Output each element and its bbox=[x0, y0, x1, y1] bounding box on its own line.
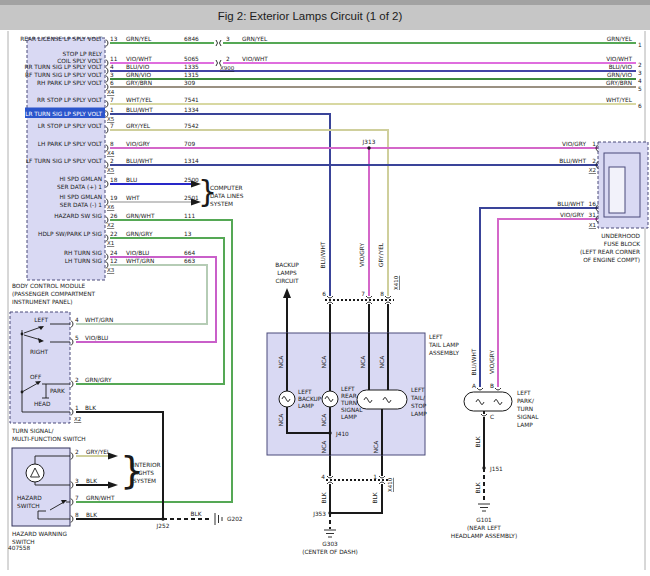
pin-number: 8 bbox=[110, 141, 114, 147]
inline-splices: 3 GRN/YEL 2 VIO/WHT X900 bbox=[216, 36, 268, 71]
nca-label: NCA bbox=[321, 356, 327, 368]
switch-name: HAZARD WARNING bbox=[12, 531, 67, 537]
doc-number: 407558 bbox=[8, 545, 30, 551]
row-label: HDLP SW/PARK LP SIG bbox=[38, 231, 102, 237]
pin-number: 8 bbox=[380, 291, 384, 297]
wire-name: BLU/WHT bbox=[320, 241, 326, 268]
right-edge-pins: GRN/YEL 1 VIO/WHT 2 BLU/VIO 3 GRN/VIO 4 … bbox=[606, 36, 642, 109]
connector-id: X1 bbox=[589, 222, 596, 228]
lamp-caption: BACKUP bbox=[298, 396, 322, 402]
wire-name: GRY/YEL bbox=[86, 449, 111, 455]
wire-name: VIO/GRY bbox=[359, 243, 365, 267]
pin-letter: B bbox=[490, 383, 494, 389]
wire-name: WHT/GRN bbox=[85, 317, 113, 323]
lamp-caption: SIGNAL bbox=[517, 414, 539, 420]
nca-label: NCA bbox=[321, 414, 327, 426]
wire-name: WHT/GRN bbox=[126, 258, 154, 264]
row-label-highlighted[interactable]: LR TURN SIG LP SPLY VOLT bbox=[25, 111, 102, 117]
pin-number: 12 bbox=[110, 258, 118, 264]
pin-number: 8 bbox=[75, 512, 79, 518]
wire-name: BLU/VIO bbox=[126, 64, 150, 70]
system-ref: SYSTEM bbox=[210, 201, 233, 207]
splice-pin: 2 bbox=[226, 56, 230, 62]
wires bbox=[76, 43, 636, 529]
switch-position: HEAD bbox=[34, 401, 51, 407]
junction-label: J410 bbox=[335, 431, 349, 438]
row-label: REAR LICENSE LP SPLY VOLT bbox=[20, 36, 102, 42]
circuit-number: 1334 bbox=[184, 107, 199, 113]
wire-name: GRY/BRN bbox=[126, 80, 152, 86]
switch-position: OFF bbox=[30, 374, 41, 380]
lamp-caption: PARK/ bbox=[517, 398, 534, 404]
bcm-circuit-numbers: 6846 5065 1335 1315 309 7541 1334 7542 7… bbox=[184, 36, 199, 264]
pin-number: 2 bbox=[110, 158, 114, 164]
pin-number: 7 bbox=[110, 97, 114, 103]
lamp-caption: TAIL/ bbox=[410, 395, 425, 401]
circuit-number: 6846 bbox=[184, 36, 199, 42]
circuit-ref: LAMPS bbox=[277, 270, 297, 276]
bcm-name: BODY CONTROL MODULE bbox=[12, 283, 86, 289]
circuit-ref: BACKUP bbox=[275, 262, 299, 268]
pin-number: 1 bbox=[638, 42, 642, 48]
arrow-right-icon bbox=[108, 482, 118, 489]
pin-number: 1 bbox=[110, 107, 114, 113]
bcm-name: INSTRUMENT PANEL) bbox=[12, 299, 73, 305]
connector-id: X1 bbox=[107, 240, 114, 246]
row-label: LH TURN SIG bbox=[65, 258, 103, 264]
row-label: HAZARD SW SIG bbox=[54, 213, 102, 219]
system-ref: INTERIOR bbox=[133, 462, 161, 468]
pin-number: 18 bbox=[110, 177, 118, 183]
circuit-number: 5065 bbox=[184, 56, 199, 62]
row-label: SER DATA (+) 1 bbox=[57, 184, 102, 190]
nca-label: NCA bbox=[379, 356, 385, 368]
wire-vio-gry-lh-park bbox=[110, 148, 598, 296]
wire-name: WHT/YEL bbox=[126, 97, 153, 103]
pin-number: 4 bbox=[638, 78, 642, 84]
wire-name: BLU bbox=[126, 177, 137, 183]
nca-label: NCA bbox=[278, 356, 284, 368]
lamp-caption: TURN bbox=[340, 400, 357, 406]
bcm-wire-names: GRN/YEL VIO/WHT BLU/VIO GRN/VIO GRY/BRN … bbox=[126, 36, 155, 264]
row-label: RR TURN SIG LP SPLY VOLT bbox=[24, 64, 102, 70]
row-label: LH PARK LP SPLY VOLT bbox=[38, 141, 103, 147]
pin-number: 7 bbox=[361, 291, 365, 297]
wire-vio-gry-park-lamp bbox=[498, 219, 598, 387]
backup-lamps-ref: BACKUP LAMPS CIRCUIT bbox=[275, 262, 299, 298]
circuit-number: 111 bbox=[184, 213, 195, 219]
row-label: SER DATA (-) 1 bbox=[60, 202, 102, 208]
lamp-caption: LEFT bbox=[341, 386, 355, 392]
wire-name: GRY/YEL bbox=[126, 123, 151, 129]
junction-dot bbox=[328, 511, 331, 514]
switch-position: HAZARD bbox=[17, 495, 42, 501]
ground-icon bbox=[215, 513, 222, 525]
wire-name: GRN/GRY bbox=[126, 231, 153, 237]
assembly-name: TAIL LAMP bbox=[428, 342, 459, 348]
pin-number: 11 bbox=[110, 56, 118, 62]
pin-number: 22 bbox=[110, 231, 118, 237]
nca-label: NCA bbox=[278, 414, 284, 426]
hazard-indicator-icon bbox=[26, 464, 44, 482]
ground-label: G101 bbox=[476, 517, 492, 523]
pin-number: 13 bbox=[110, 36, 118, 42]
circuit-number: 1315 bbox=[184, 72, 199, 78]
ground-g303: J353 G303 (CENTER OF DASH) bbox=[302, 511, 358, 555]
pin-number: 6 bbox=[322, 291, 326, 297]
ground-location: (NEAR LEFT bbox=[467, 525, 501, 531]
wire-name: BLK bbox=[86, 478, 97, 484]
switch-name: TURN SIGNAL/ bbox=[11, 428, 53, 434]
wire-name: VIO/GRY bbox=[489, 350, 495, 374]
pin-number: 7 bbox=[75, 495, 79, 501]
interior-lights-ref: } INTERIOR LIGHTS SYSTEM bbox=[108, 448, 161, 492]
wire-name: BLU/WHT bbox=[559, 158, 586, 164]
wire-name: BLU/VIO bbox=[609, 64, 633, 70]
wire-name: WHT/YEL bbox=[606, 97, 633, 103]
connector-id: X5 bbox=[107, 167, 115, 173]
pin-number: 1 bbox=[592, 141, 596, 147]
pin-number: 6 bbox=[110, 80, 114, 86]
pin-number: 3 bbox=[75, 478, 79, 484]
wire-name: BLK bbox=[190, 511, 201, 517]
junction-dot bbox=[482, 466, 485, 469]
splice-pin: 3 bbox=[226, 36, 230, 42]
wire-name: VIO/WHT bbox=[126, 56, 152, 62]
connector-id: X2 bbox=[74, 416, 81, 422]
